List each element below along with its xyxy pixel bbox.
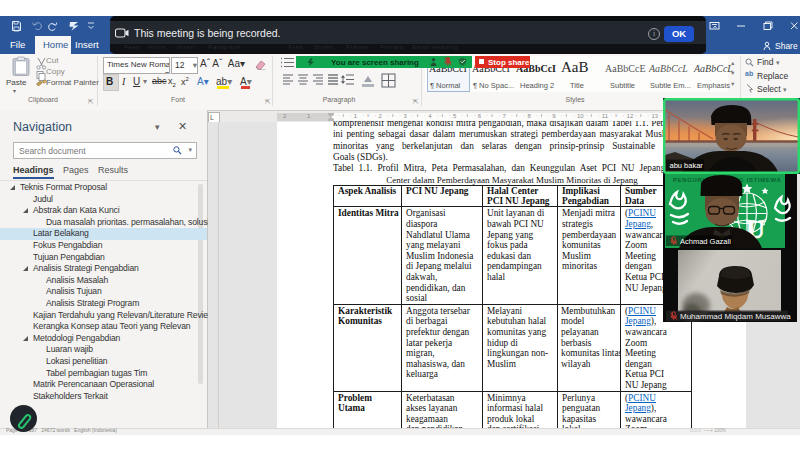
svg-text:Muhammad Miqdam Musawwa: Muhammad Miqdam Musawwa (680, 312, 791, 321)
svg-text:abu bakar: abu bakar (670, 161, 704, 170)
svg-text:Achmad Gazali: Achmad Gazali (680, 237, 731, 246)
